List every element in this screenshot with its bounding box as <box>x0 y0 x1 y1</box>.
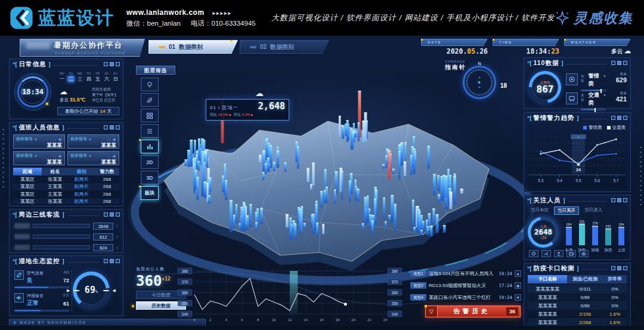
expand-icon[interactable] <box>623 198 627 202</box>
column-header[interactable]: 区域 <box>13 168 42 175</box>
minimize-icon[interactable] <box>104 259 108 263</box>
focus-tab-当日离开[interactable]: 当日离开 <box>554 206 579 215</box>
weekday-cell[interactable]: SA六 <box>103 72 110 82</box>
table-row[interactable]: 某某区王某某副局长268 <box>13 183 119 191</box>
pin-icon[interactable] <box>110 125 114 129</box>
minimize-icon[interactable] <box>104 125 108 129</box>
bulb-layer-icon-button[interactable] <box>141 78 159 91</box>
duty-leader-card[interactable]: 值班领导»⋯ ⊗某某某 <box>67 151 119 165</box>
trend-line-chart[interactable]: ⌄245.35.45.55.65.7 <box>527 131 629 190</box>
alert-row[interactable]: 类型4某路口有小汽车连闯三个红灯19:24▼ <box>410 292 521 303</box>
cluster-layer-icon-button[interactable] <box>141 109 159 122</box>
card-options-icon[interactable]: ⋯ ⊗ <box>107 154 116 158</box>
focus-category-icon[interactable] <box>529 250 538 257</box>
column-header[interactable]: 姓名 <box>42 168 69 175</box>
card-options-icon[interactable]: ⋯ ⊗ <box>52 137 62 141</box>
weather-block: ☁ 多云 31.5℃ <box>60 88 91 103</box>
column-header[interactable]: 异常率 <box>603 275 627 283</box>
alert-up-icon[interactable]: ▲ <box>515 270 521 277</box>
minimize-icon[interactable] <box>104 62 108 66</box>
lanlan-logo[interactable]: 蓝蓝设计 <box>10 6 114 30</box>
table-row[interactable]: 某某某某0/890% <box>528 293 627 301</box>
expand-icon[interactable] <box>116 212 120 217</box>
progress-fill <box>581 90 600 91</box>
cell: 副局长 <box>69 183 95 190</box>
expand-icon[interactable] <box>623 266 627 270</box>
table-row[interactable]: 某某区张某某副局长268 <box>13 175 119 183</box>
list-layer-icon-button[interactable] <box>141 124 159 138</box>
weekday-cell[interactable]: WE三 <box>76 72 83 82</box>
weekday-cell[interactable]: SU日 <box>112 72 119 82</box>
minimize-icon[interactable] <box>611 116 615 120</box>
pin-icon[interactable] <box>110 62 114 66</box>
legend-item-警情类[interactable]: 警情类 <box>583 125 602 131</box>
expand-icon[interactable] <box>116 62 120 66</box>
expand-icon[interactable] <box>116 259 120 263</box>
minimize-icon[interactable] <box>104 212 108 217</box>
tab-data-category-02[interactable]: 02 数据类别 <box>240 40 329 54</box>
table-row[interactable]: 某某某某2/1561.6% <box>528 310 627 318</box>
inspiration-collect[interactable]: 灵感收集 <box>555 0 633 36</box>
alert-row[interactable]: 类型2RD13-53烟感报警疑似火灾17:24◉ <box>410 280 521 291</box>
layer-mode-button-板块[interactable]: 板块 <box>141 186 159 200</box>
交通类-row[interactable]: 类型交通类»数量421 <box>566 91 627 109</box>
column-header[interactable]: 级别 <box>69 168 95 175</box>
weekday-cell[interactable]: FR五 <box>94 72 101 82</box>
focus-tab-当日进入[interactable]: 当日进入 <box>581 206 605 215</box>
focus-category-icon[interactable] <box>554 250 564 257</box>
compass-dial[interactable]: N ⌃⌄ <box>463 66 496 99</box>
alarm-history-button[interactable]: ▽ 告警历史 36 <box>425 306 521 317</box>
duty-leader-card[interactable]: 值班领导»⋯ ⊗某某某 <box>13 134 65 149</box>
signal-layer-icon-button[interactable] <box>141 93 159 107</box>
alert-row[interactable]: 类型1湿地3-104片区有不明人员闯入19:24▲ <box>410 269 521 279</box>
pin-icon[interactable] <box>617 61 621 65</box>
duty-leader-card[interactable]: 值班领导»⋯ ⊗某某某 <box>67 134 119 149</box>
redacted-city-name <box>26 42 50 49</box>
alert-down-icon[interactable]: ▼ <box>515 294 521 301</box>
focus-bar-chart[interactable]: 264在逃311涉毒279涉稳242涉恐264上访 <box>562 214 628 255</box>
table-row[interactable]: 某某某某某0/3110% <box>528 285 627 293</box>
panel-header: 周边三线客流] <box>10 209 123 220</box>
pin-icon[interactable] <box>617 116 621 120</box>
pin-icon[interactable] <box>110 259 114 263</box>
focus-category-icon[interactable] <box>566 250 576 257</box>
alert-dot-icon[interactable]: ◉ <box>515 282 521 289</box>
table-row[interactable]: 某某某某2/2681.6% <box>528 318 627 326</box>
focus-tab-当日布控[interactable]: 当日布控 <box>528 206 552 215</box>
flow-bar-value: 2648 <box>93 223 113 230</box>
table-row[interactable]: 某某某某0/890% <box>528 301 627 310</box>
column-header[interactable]: 卡口名称 <box>528 275 567 283</box>
focus-category-icon[interactable] <box>579 250 589 257</box>
pin-icon[interactable] <box>617 198 621 202</box>
expand-icon[interactable] <box>116 125 120 129</box>
minimize-icon[interactable] <box>611 61 615 65</box>
minimize-icon[interactable] <box>611 198 615 202</box>
bars-layer-icon-button[interactable] <box>141 140 159 153</box>
weekday-cell[interactable]: MO一 <box>58 72 66 82</box>
column-header[interactable]: 警力数 <box>95 168 119 175</box>
weekday-cell[interactable]: TH四 <box>85 72 92 82</box>
table-row[interactable]: 某某区张某某副局长268 <box>13 198 119 204</box>
legend-item-交通类[interactable]: 交通类 <box>607 125 626 131</box>
website-url[interactable]: www.lanlanwork.com <box>126 8 205 17</box>
pin-icon[interactable] <box>110 212 114 217</box>
layer-mode-button-2D[interactable]: 2D <box>141 155 159 169</box>
tab-data-category-01[interactable]: 01 数据类别 <box>148 40 238 54</box>
pin-icon[interactable] <box>617 266 621 270</box>
card-options-icon[interactable]: ⋯ ⊗ <box>107 137 116 141</box>
gauge-left-arrow[interactable]: ▶ <box>67 288 70 293</box>
layer-mode-button-3D[interactable]: 3D <box>141 171 159 184</box>
table-row[interactable]: 某某区王某某副局长268 <box>13 190 119 198</box>
weekday-cell[interactable]: TU二 <box>67 72 75 82</box>
focus-category-icon[interactable] <box>541 250 551 257</box>
minimize-icon[interactable] <box>611 266 615 270</box>
gauge-right-arrow[interactable]: ◀ <box>113 288 116 293</box>
column-header[interactable]: 测温/已检测 <box>567 275 603 283</box>
警情类-row[interactable]: 类型警情类»数量629 <box>566 72 627 90</box>
expand-icon[interactable] <box>623 116 627 120</box>
card-options-icon[interactable]: ⋯ ⊗ <box>52 154 62 158</box>
expand-icon[interactable] <box>623 61 627 65</box>
office-trend-chart[interactable]: 3803803703703603603503503403400246810121… <box>177 266 403 327</box>
duty-leader-card[interactable]: 值班领导»⋯ ⊗某某某 <box>13 151 65 165</box>
weather-value: 多云 <box>611 48 623 54</box>
